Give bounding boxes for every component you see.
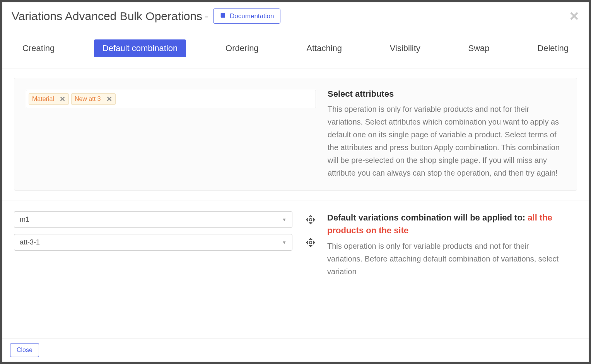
tag-remove-icon[interactable]: ✕ — [106, 96, 112, 103]
attribute-tag: New att 3 ✕ — [71, 93, 116, 105]
select-value: att-3-1 — [20, 238, 40, 246]
applied-prefix: Default variations combination will be a… — [327, 213, 528, 222]
modal-header: Variations Advanced Bulk Operations - Do… — [2, 2, 589, 30]
tab-visibility[interactable]: Visibility — [381, 39, 429, 57]
documentation-label: Documentation — [230, 12, 274, 20]
attribute-tag: Material ✕ — [29, 93, 69, 105]
move-icon[interactable] — [306, 238, 316, 248]
tag-remove-icon[interactable]: ✕ — [60, 96, 65, 103]
applied-title: Default variations combination will be a… — [327, 211, 566, 237]
modal-body[interactable]: Creating Default combination Ordering At… — [2, 30, 589, 338]
info-text: This operation is only for variable prod… — [328, 103, 566, 179]
tabs-nav: Creating Default combination Ordering At… — [2, 30, 589, 68]
modal-dialog: Variations Advanced Bulk Operations - Do… — [2, 2, 589, 362]
tag-label: New att 3 — [75, 96, 101, 103]
term-select-m1[interactable]: m1 ▼ — [14, 211, 292, 228]
tab-deleting[interactable]: Deleting — [529, 39, 577, 57]
close-icon[interactable]: ✕ — [569, 10, 579, 22]
tab-creating[interactable]: Creating — [14, 39, 63, 57]
select-value: m1 — [20, 215, 29, 224]
info-title: Select attributes — [328, 89, 566, 99]
attributes-panel: Material ✕ New att 3 ✕ Select attributes… — [14, 78, 577, 191]
tab-swap[interactable]: Swap — [460, 39, 498, 57]
modal-footer: Close — [2, 338, 589, 362]
chevron-down-icon: ▼ — [282, 240, 287, 245]
attributes-input-area: Material ✕ New att 3 ✕ — [14, 78, 328, 190]
attributes-info: Select attributes This operation is only… — [328, 78, 577, 190]
title-dash: - — [205, 10, 208, 23]
selects-column: m1 ▼ att-3-1 ▼ — [14, 211, 327, 278]
terms-section: m1 ▼ att-3-1 ▼ — [2, 200, 589, 282]
applied-info: Default variations combination will be a… — [327, 211, 577, 278]
select-row: att-3-1 ▼ — [14, 234, 327, 251]
chevron-down-icon: ▼ — [282, 217, 287, 222]
documentation-button[interactable]: Documentation — [213, 9, 280, 24]
term-select-att-3-1[interactable]: att-3-1 ▼ — [14, 234, 292, 251]
close-button[interactable]: Close — [10, 343, 39, 357]
applied-text: This operation is only for variable prod… — [327, 240, 566, 278]
tag-label: Material — [32, 96, 54, 103]
tab-ordering[interactable]: Ordering — [217, 39, 267, 57]
attributes-tags-input[interactable]: Material ✕ New att 3 ✕ — [26, 90, 316, 108]
tab-attaching[interactable]: Attaching — [298, 39, 350, 57]
move-icon[interactable] — [306, 215, 316, 225]
select-row: m1 ▼ — [14, 211, 327, 228]
modal-title: Variations Advanced Bulk Operations — [12, 10, 202, 23]
book-icon — [220, 12, 226, 20]
tab-default-combination[interactable]: Default combination — [94, 39, 186, 57]
